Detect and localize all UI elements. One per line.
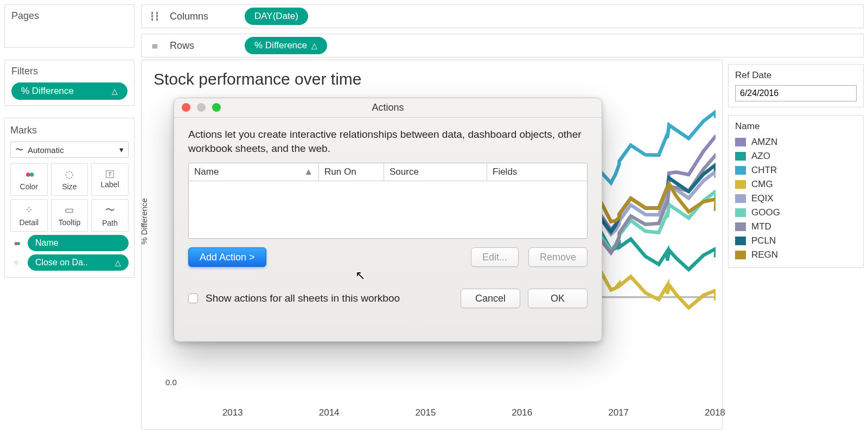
legend-item-chtr[interactable]: CHTR — [735, 163, 857, 177]
window-minimize-icon[interactable] — [197, 103, 206, 112]
rows-shelf[interactable]: ≣ Rows % Difference △ — [141, 34, 864, 58]
x-tick: 2016 — [512, 407, 532, 418]
x-tick: 2018 — [705, 407, 725, 418]
delta-icon: △ — [115, 258, 121, 267]
dialog-title: Actions — [372, 102, 404, 113]
detail-chip-icon: ⁘ — [10, 258, 22, 267]
filters-card: Filters % Difference △ — [4, 60, 135, 106]
actions-table[interactable]: Name ▲ Run On Source Fields — [188, 163, 588, 239]
marks-color[interactable]: ●● Color — [10, 163, 48, 196]
dropdown-icon: ▾ — [119, 145, 124, 155]
legend-item-eqix[interactable]: EQIX — [735, 192, 857, 206]
ref-date-parameter: Ref Date — [728, 64, 864, 107]
parameter-title: Ref Date — [735, 70, 857, 81]
mark-type-select[interactable]: 〜 Automatic ▾ — [10, 142, 129, 158]
rows-shelf-label: Rows — [170, 40, 235, 52]
x-tick: 2017 — [608, 407, 629, 418]
filters-title: Filters — [11, 66, 127, 77]
col-header-name[interactable]: Name ▲ — [189, 163, 319, 181]
label-icon: T — [106, 170, 114, 178]
mark-pill-close-on-date[interactable]: Close on Da.. △ — [28, 254, 129, 271]
marks-label[interactable]: T Label — [91, 163, 129, 196]
actions-dialog: Actions Actions let you create interacti… — [174, 98, 602, 342]
legend-item-amzn[interactable]: AMZN — [735, 135, 857, 149]
rows-icon: ≣ — [149, 41, 160, 50]
pages-card: Pages — [4, 4, 135, 48]
viz-title: Stock performance over time — [142, 60, 722, 93]
legend-card: Name AMZNAZOCHTRCMGEQIXGOOGMTDPCLNREGN — [728, 115, 864, 268]
add-action-button[interactable]: Add Action > — [188, 247, 266, 267]
col-header-fields[interactable]: Fields — [487, 163, 587, 181]
size-icon: ◌ — [65, 168, 74, 180]
show-all-sheets-checkbox[interactable] — [188, 293, 198, 303]
legend-item-pcln[interactable]: PCLN — [735, 234, 857, 248]
legend-swatch-icon — [735, 237, 746, 245]
legend-swatch-icon — [735, 251, 746, 259]
x-tick: 2014 — [319, 407, 340, 418]
legend-item-mtd[interactable]: MTD — [735, 220, 857, 234]
legend-item-goog[interactable]: GOOG — [735, 206, 857, 220]
marks-title: Marks — [10, 125, 129, 136]
window-close-icon[interactable] — [182, 103, 190, 112]
legend-swatch-icon — [735, 180, 746, 189]
columns-pill-day-date[interactable]: DAY(Date) — [245, 8, 308, 25]
filter-pill-pct-difference[interactable]: % Difference △ — [11, 82, 127, 100]
columns-shelf[interactable]: ┇┇ Columns DAY(Date) — [141, 4, 864, 28]
legend-swatch-icon — [735, 222, 746, 231]
pages-title: Pages — [11, 10, 127, 22]
color-chip-icon: ●● — [10, 239, 22, 247]
rows-pill-pct-difference[interactable]: % Difference △ — [245, 37, 327, 54]
marks-tooltip[interactable]: ▭ Tooltip — [51, 199, 88, 232]
ref-date-input[interactable] — [735, 85, 857, 101]
legend-swatch-icon — [735, 152, 746, 161]
cancel-button[interactable]: Cancel — [461, 289, 520, 308]
legend-item-regn[interactable]: REGN — [735, 248, 857, 262]
tooltip-icon: ▭ — [65, 204, 74, 216]
legend-swatch-icon — [735, 208, 746, 217]
col-header-source[interactable]: Source — [384, 163, 487, 181]
legend-item-azo[interactable]: AZO — [735, 149, 857, 163]
detail-icon: ⁘ — [25, 204, 33, 216]
dialog-titlebar[interactable]: Actions — [174, 98, 602, 118]
sort-asc-icon: ▲ — [304, 167, 313, 177]
y-axis-label: % Difference — [139, 198, 149, 245]
x-tick: 2015 — [416, 407, 436, 418]
path-icon: 〜 — [105, 203, 115, 216]
marks-detail[interactable]: ⁘ Detail — [10, 199, 48, 232]
mark-type-value: Automatic — [28, 145, 64, 155]
columns-icon: ┇┇ — [149, 11, 160, 21]
marks-card: Marks 〜 Automatic ▾ ●● Color ◌ Size T La… — [4, 118, 135, 278]
legend-swatch-icon — [735, 166, 746, 175]
line-icon: 〜 — [15, 145, 23, 155]
delta-icon: △ — [112, 87, 118, 95]
ok-button[interactable]: OK — [528, 289, 588, 308]
filter-pill-label: % Difference — [21, 86, 74, 97]
y-tick-zero: 0.0 — [165, 378, 177, 387]
show-all-sheets-label: Show actions for all sheets in this work… — [206, 292, 433, 304]
window-zoom-icon[interactable] — [212, 103, 221, 112]
color-icon: ●● — [25, 169, 33, 180]
col-header-run-on[interactable]: Run On — [319, 163, 384, 181]
marks-path[interactable]: 〜 Path — [91, 199, 129, 232]
delta-icon: △ — [311, 41, 317, 50]
x-tick: 2013 — [222, 407, 243, 418]
legend-item-cmg[interactable]: CMG — [735, 177, 857, 192]
dialog-description: Actions let you create interactive relat… — [188, 127, 588, 155]
legend-swatch-icon — [735, 138, 746, 146]
columns-shelf-label: Columns — [170, 11, 235, 22]
mark-pill-name[interactable]: Name — [28, 235, 129, 251]
edit-action-button[interactable]: Edit... — [471, 247, 519, 267]
remove-action-button[interactable]: Remove — [528, 247, 588, 267]
marks-size[interactable]: ◌ Size — [51, 163, 88, 196]
legend-swatch-icon — [735, 194, 746, 203]
legend-title: Name — [735, 121, 857, 132]
